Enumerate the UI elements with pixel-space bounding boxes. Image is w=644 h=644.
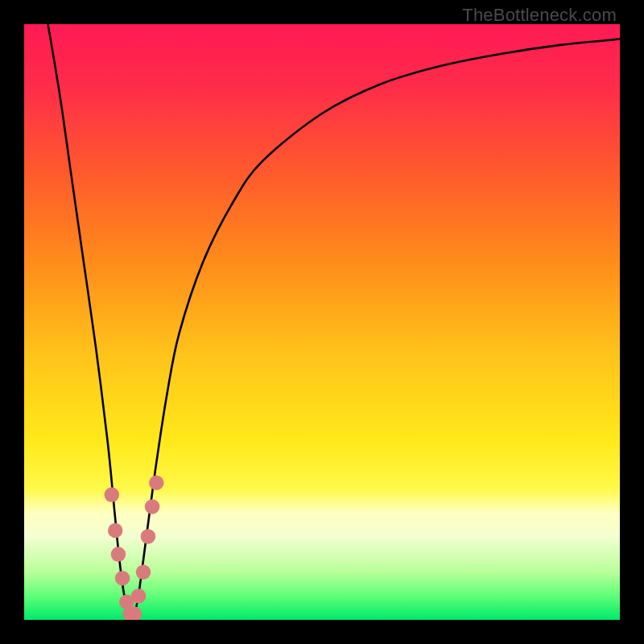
marker-dot [105, 487, 120, 502]
marker-dot [141, 529, 156, 544]
marker-dot [136, 565, 151, 580]
curve-layer [24, 24, 620, 620]
marker-dot [131, 588, 147, 604]
marker-dot [108, 523, 123, 539]
watermark-text: TheBottleneck.com [462, 5, 617, 26]
curve-markers [105, 476, 164, 620]
bottleneck-curve [48, 24, 620, 620]
marker-dot [145, 499, 160, 514]
marker-dot [115, 571, 130, 586]
plot-area [24, 24, 620, 620]
marker-dot [111, 547, 126, 562]
marker-dot [149, 476, 164, 491]
chart-frame: TheBottleneck.com [0, 0, 644, 644]
